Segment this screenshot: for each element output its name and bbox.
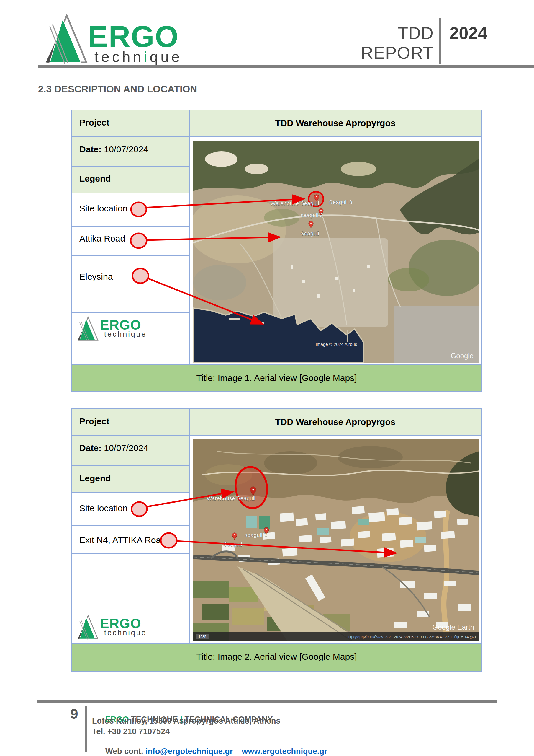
legend-label-cell: Legend [71, 465, 190, 493]
logo-subtitle-i: i [128, 330, 131, 338]
map-label-seagull: Seagull [223, 541, 242, 548]
footer-email-link[interactable]: info@ergotechnique.gr [145, 747, 233, 756]
map-label-seagull2: seagull 2 [301, 212, 323, 218]
location-table-2: Project Date: 10/07/2024 Legend Site loc… [71, 408, 482, 671]
project-value: TDD Warehouse Apropyrgos [190, 409, 481, 427]
map-cell-1: Warehouse Seagull Seagull 3 seagull 2 Se… [189, 136, 482, 365]
date-label: Date: [79, 443, 101, 453]
legend-label-cell: Legend [71, 166, 190, 193]
map-scale-year: 1985 [198, 634, 207, 639]
page-number: 9 [70, 706, 78, 722]
project-value-cell: TDD Warehouse Apropyrgos [189, 408, 482, 436]
table-logo: ERGO technique [77, 316, 99, 342]
google-watermark: Google [451, 352, 473, 360]
map-credit: Image © 2024 Airbus [316, 342, 357, 347]
legend-label: Legend [72, 466, 189, 483]
logo-cell: ERGO technique [71, 312, 190, 365]
report-year: 2024 [449, 23, 487, 43]
company-logo: ERGO technique [44, 14, 210, 65]
map-label-seagull: Seagull [300, 230, 319, 236]
google-earth-watermark: Google Earth [433, 623, 474, 631]
empty-cell [71, 553, 190, 612]
legend-exit-cell: Exit N4, ATTIKA Road [71, 525, 190, 554]
project-label: Project [72, 110, 189, 127]
map-label-warehouse: Warehouse Seagull [207, 495, 255, 501]
footer-web-line: Web cont. info@ergotechnique.gr _ www.er… [92, 738, 327, 756]
logo-cell: ERGO technique [71, 611, 190, 644]
date-value: 10/07/2024 [101, 443, 148, 453]
header-rule [38, 65, 534, 68]
logo-subtitle-part2: que [131, 629, 147, 637]
header: ERGO technique TDD REPORT 2024 [0, 0, 534, 68]
map-status-bar: Ημερομηνία εικόνων: 3.21.2024 38°05'27.9… [348, 634, 476, 639]
logo-subtitle: technique [94, 48, 182, 66]
map-label-seagull3: Seagull 3 [329, 199, 352, 205]
header-divider-vertical [439, 18, 441, 65]
project-label-cell: Project [71, 408, 190, 436]
logo-subtitle: technique [104, 629, 147, 637]
logo-subtitle-part: techn [104, 629, 128, 637]
caption-row-1: Title: Image 1. Aerial view [Google Maps… [71, 364, 482, 392]
footer-divider-vertical [85, 706, 87, 752]
date-cell: Date: 10/07/2024 [71, 435, 190, 466]
legend-road-label: Attika Road [72, 227, 189, 244]
ergo-triangle-icon [77, 316, 99, 341]
legend-exit-label: Exit N4, ATTIKA Road [72, 526, 189, 545]
logo-subtitle-i: i [128, 629, 131, 637]
date-label: Date: [79, 145, 101, 154]
report-title: TDD REPORT [339, 23, 434, 63]
project-label-cell: Project [71, 110, 190, 137]
aerial-map-image-2: Warehouse Seagull seagull 2 Seagull Goog… [193, 440, 479, 641]
footer-website-link[interactable]: www.ergotechnique.gr [242, 747, 327, 756]
logo-subtitle-part: techn [94, 49, 144, 65]
ergo-triangle-icon [44, 14, 89, 64]
logo-subtitle-part: techn [104, 330, 128, 338]
footer-phone: Tel. +30 210 7107524 [92, 727, 170, 736]
date-cell: Date: 10/07/2024 [71, 136, 190, 167]
map-label-warehouse: Warehouse Seagull [270, 200, 319, 206]
table-logo: ERGO technique [77, 615, 99, 641]
ergo-triangle-icon [77, 615, 99, 640]
footer-web-label: Web cont. [105, 747, 145, 756]
legend-label: Legend [72, 167, 189, 184]
legend-city-cell: Eleysina [71, 255, 190, 313]
legend-site-cell: Site location [71, 492, 190, 526]
map-label-seagull2: seagull 2 [244, 532, 267, 538]
image-caption: Title: Image 1. Aerial view [Google Maps… [196, 373, 357, 383]
caption-row-2: Title: Image 2. Aerial view [Google Maps… [71, 643, 482, 671]
report-page: ERGO technique TDD REPORT 2024 2.3 DESCR… [0, 0, 534, 756]
legend-site-cell: Site location [71, 193, 190, 227]
legend-site-label: Site location [72, 193, 189, 213]
legend-city-label: Eleysina [72, 256, 189, 282]
logo-subtitle-part2: que [131, 330, 147, 338]
project-value-cell: TDD Warehouse Apropyrgos [189, 110, 482, 137]
image-caption: Title: Image 2. Aerial view [Google Maps… [196, 652, 357, 662]
legend-site-label: Site location [72, 493, 189, 513]
legend-road-cell: Attika Road [71, 226, 190, 256]
logo-subtitle: technique [104, 330, 147, 338]
footer-web-separator: _ [233, 747, 242, 756]
logo-subtitle-i: i [144, 49, 150, 65]
section-heading: 2.3 DESCRIPTION AND LOCATION [38, 84, 197, 95]
location-table-1: Project Date: 10/07/2024 Legend Site loc… [71, 110, 482, 392]
map-cell-2: Warehouse Seagull seagull 2 Seagull Goog… [189, 435, 482, 644]
project-value: TDD Warehouse Apropyrgos [190, 110, 481, 128]
aerial-map-image-1: Warehouse Seagull Seagull 3 seagull 2 Se… [193, 141, 479, 363]
date-value: 10/07/2024 [101, 145, 148, 154]
footer-rule [37, 700, 497, 703]
footer-address: Lofos Kurilloy, 19300 Aspropyrgos Attiki… [92, 716, 281, 726]
date-text: Date: 10/07/2024 [72, 436, 189, 453]
project-label: Project [72, 409, 189, 426]
logo-subtitle-part2: que [150, 49, 182, 65]
date-text: Date: 10/07/2024 [72, 137, 189, 154]
footer: 9 ERGO TECHNIQUE | TECHNICAL COMPANY Lof… [0, 697, 534, 756]
